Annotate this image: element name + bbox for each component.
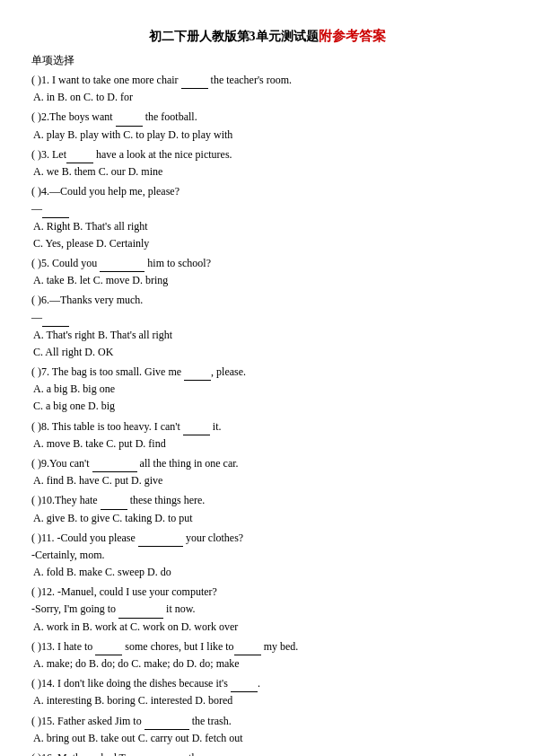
- q13-options: A. make; do B. do; do C. make; do D. do;…: [31, 655, 503, 672]
- question-12: ( )12. -Manuel, could I use your compute…: [31, 584, 503, 636]
- q12-options: A. work in B. work at C. work on D. work…: [31, 619, 503, 636]
- q11-sub: -Certainly, mom.: [31, 547, 503, 564]
- q6-text: ( )6.—Thanks very much.: [31, 292, 503, 309]
- page-title: 初二下册人教版第3单元测试题附参考答案: [31, 27, 503, 46]
- question-4: ( )4.—Could you help me, please? — A. Ri…: [31, 183, 503, 252]
- q9-text: ( )9.You can't all the thing in one car.: [31, 455, 503, 472]
- q7-options2: C. a big one D. big: [31, 398, 503, 415]
- question-1: ( )1. I want to take one more chair the …: [31, 72, 503, 106]
- q11-text: ( )11. -Could you please your clothes?: [31, 530, 503, 547]
- q6-dash: —: [31, 309, 503, 326]
- question-15: ( )15. Father asked Jim to the trash. A.…: [31, 713, 503, 747]
- q13-text: ( )13. I hate to some chores, but I like…: [31, 638, 503, 655]
- question-10: ( )10.They hate these things here. A. gi…: [31, 492, 503, 526]
- q1-options: A. in B. on C. to D. for: [31, 89, 503, 106]
- question-13: ( )13. I hate to some chores, but I like…: [31, 638, 503, 672]
- q12-text: ( )12. -Manuel, could I use your compute…: [31, 584, 503, 601]
- q10-options: A. give B. to give C. taking D. to put: [31, 510, 503, 527]
- question-16: ( )16. Mother asked Tom the room now. A.…: [31, 750, 503, 756]
- q9-options: A. find B. have C. put D. give: [31, 472, 503, 489]
- q4-dash: —: [31, 200, 503, 217]
- q5-options: A. take B. let C. move D. bring: [31, 272, 503, 289]
- question-9: ( )9.You can't all the thing in one car.…: [31, 455, 503, 489]
- q5-text: ( )5. Could you him to school?: [31, 255, 503, 272]
- q2-text: ( )2.The boys want the football.: [31, 109, 503, 126]
- q12-sub: -Sorry, I'm going to it now.: [31, 601, 503, 618]
- q2-options: A. play B. play with C. to play D. to pl…: [31, 127, 503, 144]
- q1-text: ( )1. I want to take one more chair the …: [31, 72, 503, 89]
- q4-options2: C. Yes, please D. Certainly: [31, 235, 503, 252]
- q8-options: A. move B. take C. put D. find: [31, 435, 503, 453]
- question-6: ( )6.—Thanks very much. — A. That's righ…: [31, 292, 503, 361]
- question-5: ( )5. Could you him to school? A. take B…: [31, 255, 503, 289]
- q11-options: A. fold B. make C. sweep D. do: [31, 564, 503, 581]
- q16-text: ( )16. Mother asked Tom the room now.: [31, 750, 503, 756]
- q3-options: A. we B. them C. our D. mine: [31, 163, 503, 180]
- q14-text: ( )14. I don't like doing the dishes bec…: [31, 675, 503, 692]
- q15-text: ( )15. Father asked Jim to the trash.: [31, 713, 503, 730]
- title-red: 附参考答案: [319, 29, 386, 43]
- question-3: ( )3. Let have a look at the nice pictur…: [31, 146, 503, 180]
- q7-text: ( )7. The bag is too small. Give me , pl…: [31, 364, 503, 381]
- q3-text: ( )3. Let have a look at the nice pictur…: [31, 146, 503, 163]
- q7-options1: A. a big B. big one: [31, 381, 503, 398]
- q6-options2: C. All right D. OK: [31, 344, 503, 361]
- q6-options1: A. That's right B. That's all right: [31, 327, 503, 344]
- question-14: ( )14. I don't like doing the dishes bec…: [31, 675, 503, 709]
- q8-text: ( )8. This table is too heavy. I can't i…: [31, 418, 503, 435]
- question-8: ( )8. This table is too heavy. I can't i…: [31, 418, 503, 453]
- title-main: 初二下册人教版第3单元测试题: [149, 30, 319, 43]
- q4-options1: A. Right B. That's all right: [31, 218, 503, 235]
- question-11: ( )11. -Could you please your clothes? -…: [31, 530, 503, 582]
- section-label: 单项选择: [31, 53, 503, 68]
- q4-text: ( )4.—Could you help me, please?: [31, 183, 503, 200]
- q10-text: ( )10.They hate these things here.: [31, 492, 503, 509]
- q15-options: A. bring out B. take out C. carry out D.…: [31, 730, 503, 747]
- question-2: ( )2.The boys want the football. A. play…: [31, 109, 503, 143]
- question-7: ( )7. The bag is too small. Give me , pl…: [31, 364, 503, 416]
- q14-options: A. interesting B. boring C. interested D…: [31, 692, 503, 709]
